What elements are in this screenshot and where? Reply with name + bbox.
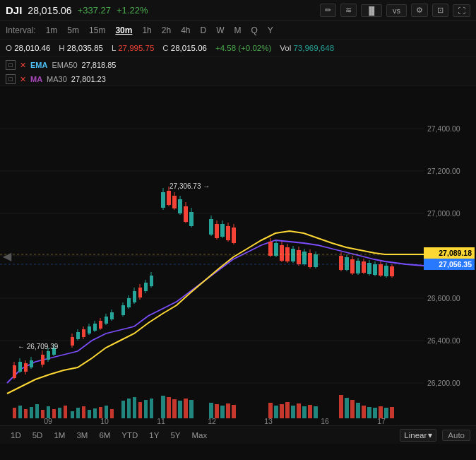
svg-rect-126 [110,409,114,418]
interval-w[interactable]: W [212,25,228,36]
left-scroll-arrow[interactable]: ◀ [0,247,14,266]
ticker-symbol: DJI [6,4,22,16]
svg-text:09: 09 [44,417,52,425]
header-change-pct: +1.22% [117,5,148,16]
range-max[interactable]: Max [187,430,213,440]
pencil-tool-btn[interactable]: ✏ [320,4,336,17]
svg-text:27,089.18: 27,089.18 [439,249,472,257]
svg-rect-131 [144,400,148,418]
svg-rect-129 [133,397,136,418]
svg-rect-153 [339,395,343,418]
indicators-bar: □ ✕ EMA EMA50 27,818.85 □ ✕ MA MA30 27,8… [0,57,476,86]
scale-selector[interactable]: Linear ▾ [400,429,436,442]
svg-text:26,200.00: 26,200.00 [427,379,460,387]
settings-tool-btn[interactable]: ⚙ [411,4,428,17]
bottom-right: Linear ▾ Auto [400,429,470,442]
svg-rect-154 [345,398,349,418]
svg-rect-135 [172,399,177,418]
svg-rect-122 [88,410,91,418]
interval-1h[interactable]: 1h [138,25,155,36]
svg-rect-118 [64,406,67,418]
svg-rect-128 [127,399,131,418]
lines-tool-btn[interactable]: ≋ [340,4,357,17]
vs-btn[interactable]: vs [386,4,407,17]
high-item: H 28,035.85 [59,44,103,52]
svg-text:27,306.73 →: 27,306.73 → [169,182,210,190]
interval-m[interactable]: M [230,25,245,36]
price-chart-svg[interactable]: 27,400.00 27,200.00 27,000.00 26,800.00 … [0,86,476,425]
svg-rect-121 [82,406,85,418]
range-1d[interactable]: 1D [6,430,26,440]
range-5d[interactable]: 5D [28,430,48,440]
svg-rect-119 [71,411,74,418]
fullscreen-tool-btn[interactable]: ⛶ [453,4,470,17]
svg-rect-113 [35,404,39,418]
interval-15m[interactable]: 15m [85,25,109,36]
scale-dropdown-icon: ▾ [428,430,432,440]
svg-rect-142 [226,403,230,418]
svg-rect-148 [291,406,295,418]
svg-text:27,200.00: 27,200.00 [427,167,460,175]
svg-text:← 26,709.39: ← 26,709.39 [18,343,59,350]
interval-5m[interactable]: 5m [63,25,83,36]
svg-rect-132 [150,399,153,418]
ema-remove-btn[interactable]: ✕ [20,61,26,70]
ema-value: 27,818.85 [82,61,117,69]
range-buttons: 1D 5D 1M 3M 6M YTD 1Y 5Y Max [6,430,212,440]
svg-text:26,400.00: 26,400.00 [427,336,460,345]
svg-rect-133 [161,396,165,418]
svg-text:11: 11 [157,417,165,425]
svg-text:27,056.35: 27,056.35 [439,260,472,269]
svg-rect-117 [58,408,61,418]
close-item: C 28,015.06 [162,44,207,52]
header-left: DJI 28,015.06 +337.27 +1.22% [6,4,148,16]
bars-tool-btn[interactable]: ▐▌ [361,4,382,17]
svg-rect-145 [274,406,278,418]
range-6m[interactable]: 6M [94,430,115,440]
svg-rect-110 [18,406,22,418]
svg-rect-143 [232,405,236,418]
svg-rect-138 [189,400,194,418]
interval-2h[interactable]: 2h [157,25,175,36]
interval-4h[interactable]: 4h [177,25,194,36]
ohlc-bar: O 28,010.46 H 28,035.85 L 27,995.75 C 28… [0,40,476,57]
svg-rect-149 [297,403,301,418]
interval-d[interactable]: D [196,25,210,36]
interval-30m[interactable]: 30m [111,25,136,36]
svg-text:16: 16 [321,417,329,425]
ma-visibility-icon[interactable]: □ [6,74,16,84]
svg-rect-109 [13,408,16,418]
range-1m[interactable]: 1M [49,430,70,440]
ma-remove-btn[interactable]: ✕ [20,75,26,84]
ema-visibility-icon[interactable]: □ [6,60,16,70]
interval-label: Interval: [6,25,36,35]
header-change-points: +337.27 [78,5,111,16]
svg-text:27,400.00: 27,400.00 [427,124,460,133]
svg-rect-158 [367,407,371,418]
interval-y[interactable]: Y [263,25,278,36]
svg-rect-155 [350,400,355,418]
svg-rect-144 [268,403,273,418]
ma-value: 27,801.23 [71,75,106,83]
svg-rect-140 [215,404,219,418]
range-5y[interactable]: 5Y [165,430,185,440]
interval-q[interactable]: Q [246,25,261,36]
range-3m[interactable]: 3M [71,430,93,440]
ohlc-change: +4.58 (+0.02%) [215,44,271,52]
range-1y[interactable]: 1Y [144,430,164,440]
svg-rect-141 [220,406,225,418]
svg-rect-150 [302,406,307,418]
svg-rect-134 [167,397,171,418]
svg-rect-130 [138,402,142,418]
ma-params: MA30 [47,75,67,83]
expand-tool-btn[interactable]: ⊡ [432,4,448,17]
interval-1m[interactable]: 1m [42,25,62,36]
svg-rect-111 [24,409,28,418]
svg-rect-156 [356,403,360,418]
ema-params: EMA50 [52,61,77,69]
auto-btn[interactable]: Auto [442,430,470,441]
svg-rect-120 [76,408,80,418]
chart-area[interactable]: ◀ [0,86,476,425]
range-ytd[interactable]: YTD [117,430,143,440]
toolbar: ✏ ≋ ▐▌ vs ⚙ ⊡ ⛶ [320,4,470,17]
